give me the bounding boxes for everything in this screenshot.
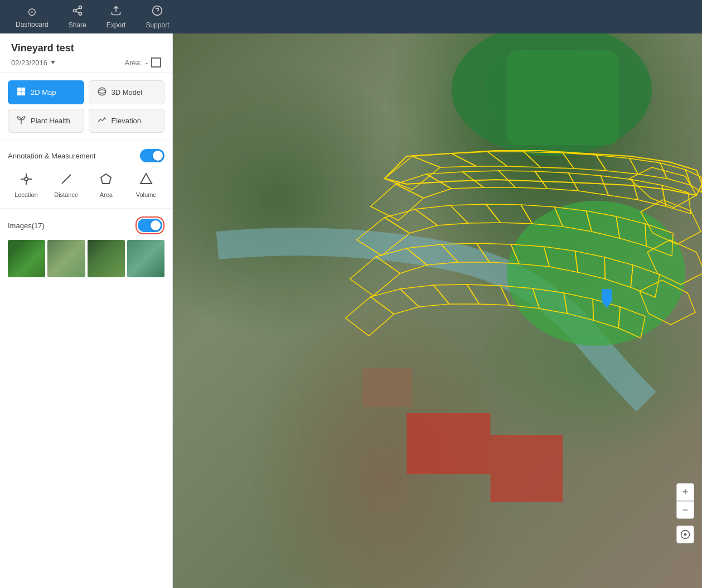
svg-marker-21 (141, 173, 152, 184)
btn-elevation-label: Elevation (112, 117, 141, 125)
nav-support[interactable]: Support (135, 5, 179, 29)
location-icon (20, 172, 33, 189)
svg-marker-80 (641, 200, 701, 244)
svg-marker-48 (662, 185, 691, 214)
nav-export-label: Export (106, 21, 126, 29)
svg-marker-63 (476, 243, 519, 264)
project-date[interactable]: 02/23/2016 (11, 59, 55, 67)
thumbnail-4[interactable] (127, 240, 164, 277)
svg-marker-66 (575, 251, 605, 279)
svg-marker-40 (396, 174, 452, 198)
image-thumbnails (8, 240, 164, 277)
tool-location[interactable]: Location (8, 170, 45, 200)
svg-marker-69 (346, 297, 394, 336)
svg-marker-35 (596, 155, 638, 174)
btn-plant-health[interactable]: Plant Health (8, 109, 84, 133)
svg-marker-47 (632, 180, 666, 206)
btn-2d-map-label: 2D Map (31, 88, 56, 97)
svg-line-3 (76, 11, 79, 13)
tool-location-label: Location (14, 191, 38, 198)
volume-icon (139, 172, 153, 189)
annotation-toggle[interactable] (140, 149, 164, 162)
tool-volume-label: Volume (136, 191, 157, 198)
svg-line-4 (76, 8, 79, 9)
svg-marker-64 (511, 244, 549, 267)
svg-marker-82 (640, 280, 695, 325)
svg-marker-41 (427, 172, 484, 189)
annotation-tools: Location Distance (8, 170, 164, 200)
svg-marker-32 (487, 152, 540, 167)
btn-3d-model[interactable]: 3D Model (89, 80, 165, 104)
dashboard-icon: ⊙ (27, 5, 37, 18)
annotation-header: Annotation & Measurement (8, 149, 164, 162)
svg-marker-42 (462, 171, 515, 187)
zoom-out-button[interactable]: − (676, 501, 694, 519)
zoom-in-button[interactable]: + (676, 483, 694, 501)
satellite-map: + − (173, 33, 702, 588)
svg-marker-43 (498, 171, 547, 189)
model-3d-icon (97, 86, 107, 98)
svg-marker-55 (554, 207, 592, 232)
svg-marker-45 (568, 173, 608, 195)
svg-marker-20 (101, 174, 111, 184)
svg-marker-49 (357, 218, 410, 256)
distance-icon (60, 172, 73, 189)
project-title: Vineyard test (11, 42, 161, 54)
svg-rect-8 (17, 88, 21, 91)
svg-marker-30 (413, 153, 477, 167)
thumbnail-3[interactable] (88, 240, 125, 277)
thumbnail-1[interactable] (8, 240, 45, 277)
svg-marker-65 (544, 247, 578, 272)
nav-share[interactable]: Share (59, 5, 96, 29)
tool-volume[interactable]: Volume (128, 170, 164, 200)
svg-marker-46 (601, 176, 638, 200)
btn-2d-map[interactable]: 2D Map (8, 80, 84, 104)
svg-point-0 (79, 6, 81, 8)
images-toggle[interactable] (138, 219, 162, 232)
svg-rect-10 (17, 92, 21, 95)
svg-marker-76 (564, 293, 593, 320)
plant-health-icon (16, 115, 26, 127)
tool-area-label: Area (100, 191, 113, 198)
svg-marker-72 (434, 285, 480, 304)
nav-share-label: Share (69, 21, 86, 29)
svg-rect-83 (602, 289, 612, 301)
svg-marker-60 (376, 248, 427, 273)
svg-point-24 (507, 201, 685, 346)
svg-rect-11 (22, 92, 25, 95)
map-overlay-svg (173, 33, 702, 588)
compass-button[interactable] (676, 526, 694, 543)
btn-elevation[interactable]: Elevation (89, 109, 165, 133)
support-icon (152, 5, 163, 19)
svg-marker-29 (385, 156, 440, 190)
top-navigation: ⊙ Dashboard Share Export (0, 0, 702, 33)
nav-support-label: Support (146, 21, 169, 29)
svg-point-13 (98, 90, 106, 93)
svg-marker-50 (385, 209, 438, 233)
sidebar: Vineyard test 02/23/2016 Area: - (0, 33, 173, 588)
svg-rect-9 (22, 88, 25, 91)
nav-dashboard[interactable]: ⊙ Dashboard (6, 5, 59, 28)
area-crop-icon[interactable] (151, 57, 161, 68)
svg-marker-67 (604, 257, 633, 287)
btn-3d-model-label: 3D Model (112, 88, 143, 97)
images-section: Images(17) (0, 209, 172, 285)
svg-marker-68 (631, 265, 660, 297)
svg-line-19 (62, 175, 71, 184)
tool-distance[interactable]: Distance (48, 170, 85, 200)
project-date-row: 02/23/2016 Area: - (11, 57, 161, 68)
share-icon (72, 5, 83, 19)
svg-marker-38 (685, 170, 702, 192)
images-toggle-wrapper (135, 216, 164, 234)
svg-marker-44 (535, 171, 578, 191)
zoom-controls: + − (676, 483, 694, 519)
svg-marker-28 (385, 151, 702, 195)
nav-export[interactable]: Export (96, 5, 136, 29)
svg-point-2 (79, 12, 81, 15)
thumbnail-2[interactable] (47, 240, 85, 277)
svg-marker-37 (660, 163, 691, 185)
svg-marker-57 (616, 216, 646, 246)
map-area[interactable]: + − (173, 33, 702, 588)
export-icon (110, 5, 122, 19)
tool-area[interactable]: Area (88, 170, 125, 200)
